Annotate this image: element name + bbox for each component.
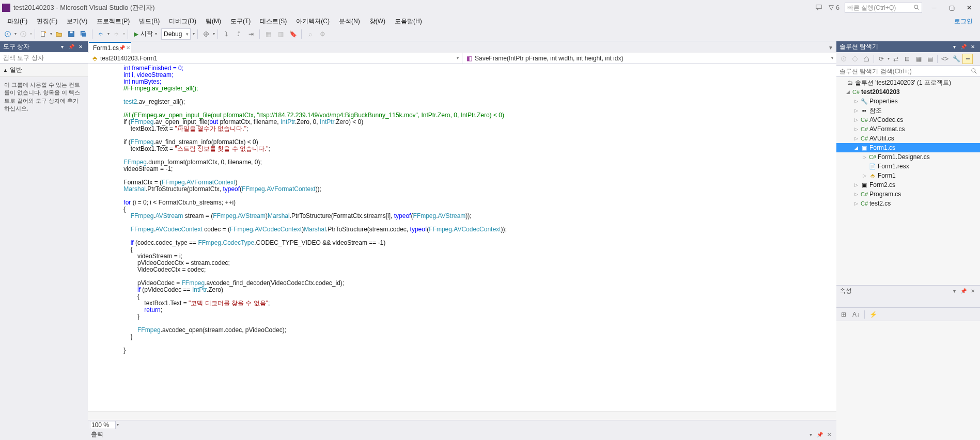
expander-icon[interactable]: ◢ xyxy=(845,89,851,95)
redo-button[interactable] xyxy=(111,28,122,40)
menu-window[interactable]: 창(W) xyxy=(365,16,390,27)
menu-tools[interactable]: 도구(T) xyxy=(226,16,255,27)
feedback-icon[interactable] xyxy=(815,4,822,12)
props-pin-button[interactable]: 📌 xyxy=(959,287,968,295)
tree-form1-designer[interactable]: ▷ C# Form1.Designer.cs xyxy=(836,152,980,162)
tree-form1[interactable]: ◢ ▣ Form1.cs xyxy=(836,143,980,152)
close-tab-icon[interactable]: ✕ xyxy=(126,45,130,51)
sx-collapse-button[interactable]: ⊟ xyxy=(902,54,912,64)
zoom-level[interactable]: 100 % xyxy=(90,421,116,429)
browser-link-button[interactable] xyxy=(200,28,212,40)
sx-wrench-button[interactable]: 🔧 xyxy=(951,54,961,64)
output-close-button[interactable]: ✕ xyxy=(825,431,833,439)
uncomment-button[interactable]: ▥ xyxy=(275,28,286,40)
expander-icon[interactable]: ▷ xyxy=(853,126,859,132)
sx-back-button[interactable] xyxy=(838,54,849,64)
undo-button[interactable] xyxy=(95,28,106,40)
quick-launch-input[interactable]: 빠른 실행(Ctrl+Q) xyxy=(845,3,922,13)
expander-icon[interactable] xyxy=(861,163,867,169)
menu-build[interactable]: 빌드(B) xyxy=(135,16,164,27)
sx-preview-button[interactable]: <> xyxy=(940,54,950,64)
tree-form1-resx[interactable]: 📄 Form1.resx xyxy=(836,162,980,171)
tree-solution-root[interactable]: 🗂 솔루션 'test20140203' (1 프로젝트) xyxy=(836,78,980,87)
expander-icon[interactable] xyxy=(838,80,845,86)
open-file-button[interactable] xyxy=(53,28,65,40)
notifications-icon[interactable]: 6 xyxy=(828,4,839,11)
menu-debug[interactable]: 디버그(D) xyxy=(165,16,200,27)
tree-form2[interactable]: ▷ ▣ Form2.cs xyxy=(836,180,980,190)
expander-icon[interactable]: ▷ xyxy=(853,200,859,207)
sx-home-button[interactable] xyxy=(861,54,872,64)
expander-icon[interactable]: ▷ xyxy=(853,107,859,114)
tree-avutil[interactable]: ▷ C# AVUtil.cs xyxy=(836,134,980,143)
menu-test[interactable]: 테스트(S) xyxy=(256,16,291,27)
tab-form1-cs[interactable]: Form1.cs 📌 ✕ xyxy=(89,42,131,53)
output-pin-button[interactable]: 📌 xyxy=(816,431,824,439)
sx-toggle-button[interactable]: ━ xyxy=(962,54,973,64)
maximize-button[interactable]: ▢ xyxy=(943,1,960,14)
tree-form1-class[interactable]: ▷ ⬘ Form1 xyxy=(836,171,980,180)
breadcrumb-method[interactable]: ◧ SaveFrame(IntPtr pFrame, int width, in… xyxy=(462,53,836,64)
toolbox-dropdown-button[interactable]: ▾ xyxy=(58,43,66,51)
sx-refresh-button[interactable]: ⟳ xyxy=(876,54,886,64)
output-dropdown-button[interactable]: ▾ xyxy=(806,431,815,439)
menu-file[interactable]: 파일(F) xyxy=(3,16,32,27)
pin-icon[interactable]: 📌 xyxy=(119,45,125,51)
nav-forward-button[interactable] xyxy=(18,28,29,40)
new-file-button[interactable] xyxy=(38,28,49,40)
sx-pin-button[interactable]: 📌 xyxy=(959,43,968,51)
props-alphabetical-button[interactable]: A↓ xyxy=(851,309,861,320)
save-button[interactable] xyxy=(66,28,77,40)
menu-help[interactable]: 도움말(H) xyxy=(391,16,426,27)
expander-icon[interactable]: ▷ xyxy=(853,117,859,123)
code-editor[interactable]: int frameFinished = 0; int i, videoStrea… xyxy=(88,64,836,411)
props-dropdown-button[interactable]: ▾ xyxy=(950,287,958,295)
sx-properties-button[interactable]: ▤ xyxy=(925,54,935,64)
tree-test2[interactable]: ▷ C# test2.cs xyxy=(836,199,980,208)
menu-edit[interactable]: 편집(E) xyxy=(33,16,61,27)
tree-avformat[interactable]: ▷ C# AVFormat.cs xyxy=(836,124,980,134)
expander-icon[interactable]: ▷ xyxy=(853,182,859,188)
save-all-button[interactable] xyxy=(78,28,89,40)
sx-forward-button[interactable] xyxy=(850,54,860,64)
tree-properties[interactable]: ▷ 🔧 Properties xyxy=(836,97,980,106)
props-events-button[interactable]: ⚡ xyxy=(868,309,878,320)
expander-icon[interactable]: ◢ xyxy=(853,145,859,151)
sx-showall-button[interactable]: ▦ xyxy=(913,54,924,64)
comment-button[interactable]: ▦ xyxy=(262,28,274,40)
sx-close-button[interactable]: ✕ xyxy=(969,43,977,51)
horizontal-scrollbar[interactable] xyxy=(88,411,836,420)
solution-explorer-search-input[interactable] xyxy=(836,66,980,77)
toolbox-close-button[interactable]: ✕ xyxy=(76,43,85,51)
toolbox-pin-button[interactable]: 📌 xyxy=(67,43,75,51)
tree-references[interactable]: ▷ ▪▪ 참조 xyxy=(836,106,980,115)
menu-view[interactable]: 보기(V) xyxy=(63,16,91,27)
expander-icon[interactable]: ▷ xyxy=(853,98,859,104)
menu-team[interactable]: 팀(M) xyxy=(201,16,225,27)
settings-button[interactable]: ⚙ xyxy=(317,28,328,40)
tab-dropdown-button[interactable]: ▾ xyxy=(825,42,836,53)
expander-icon[interactable]: ▷ xyxy=(853,191,859,197)
solution-tree[interactable]: 🗂 솔루션 'test20140203' (1 프로젝트) ◢ C# test2… xyxy=(836,77,980,285)
step-over-button[interactable]: ⤴ xyxy=(233,28,244,40)
step-into-button[interactable]: ⤵ xyxy=(221,28,232,40)
menu-project[interactable]: 프로젝트(P) xyxy=(92,16,134,27)
tree-avcodec[interactable]: ▷ C# AVCodec.cs xyxy=(836,115,980,124)
sx-sync-button[interactable]: ⇄ xyxy=(891,54,901,64)
minimize-button[interactable]: ─ xyxy=(925,1,943,14)
tree-project[interactable]: ◢ C# test20140203 xyxy=(836,87,980,97)
config-dropdown[interactable]: Debug xyxy=(161,28,191,40)
login-link[interactable]: 로그인 xyxy=(950,16,977,27)
find-button[interactable]: ⌕ xyxy=(304,28,316,40)
toolbox-search-input[interactable] xyxy=(0,52,88,64)
step-out-button[interactable]: ⇥ xyxy=(245,28,257,40)
tree-program[interactable]: ▷ C# Program.cs xyxy=(836,190,980,199)
nav-back-button[interactable] xyxy=(2,28,13,40)
props-categorized-button[interactable]: ⊞ xyxy=(838,309,849,320)
close-button[interactable]: ✕ xyxy=(960,1,978,14)
menu-analyze[interactable]: 분석(N) xyxy=(335,16,364,27)
props-close-button[interactable]: ✕ xyxy=(969,287,977,295)
expander-icon[interactable]: ▷ xyxy=(861,154,867,160)
menu-architecture[interactable]: 아키텍처(C) xyxy=(292,16,334,27)
breadcrumb-class[interactable]: ⬘ test20140203.Form1 ▾ xyxy=(88,53,462,64)
